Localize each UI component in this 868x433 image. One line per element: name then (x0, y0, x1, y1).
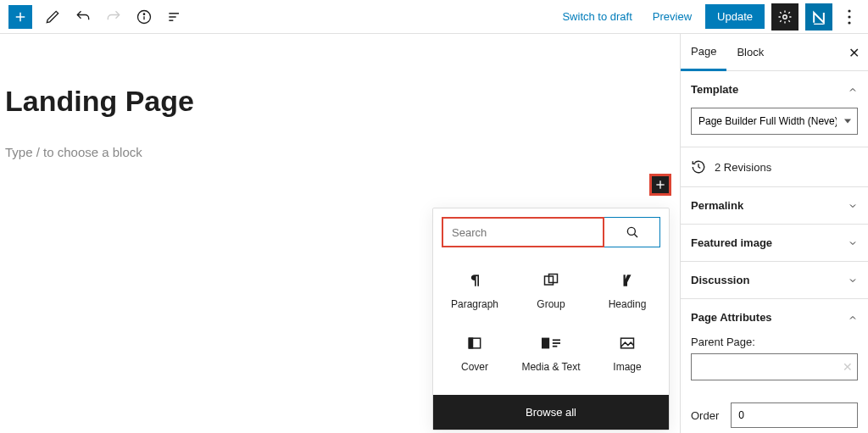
block-label: Cover (461, 361, 488, 373)
settings-gear-button[interactable] (771, 3, 798, 31)
svg-point-15 (627, 227, 635, 235)
block-label: Group (537, 298, 565, 310)
clear-icon[interactable]: ✕ (843, 360, 853, 374)
media-text-icon (542, 334, 560, 353)
block-heading[interactable]: Heading (589, 264, 665, 317)
template-select[interactable]: Page Builder Full Width (Neve) (691, 108, 858, 135)
chevron-down-icon (848, 238, 858, 248)
inline-add-block-button[interactable] (649, 174, 671, 196)
parent-page-label: Parent Page: (691, 336, 858, 348)
svg-rect-21 (542, 338, 549, 349)
svg-point-12 (848, 21, 850, 24)
switch-to-draft-link[interactable]: Switch to draft (555, 5, 638, 28)
chevron-up-icon (848, 313, 858, 323)
paragraph-icon (465, 271, 484, 290)
svg-point-11 (848, 15, 850, 18)
preview-link[interactable]: Preview (646, 5, 698, 28)
undo-icon[interactable] (73, 7, 93, 27)
search-icon[interactable] (604, 217, 660, 247)
block-label: Paragraph (451, 298, 498, 310)
svg-point-10 (848, 9, 850, 12)
page-title[interactable]: Landing Page (5, 85, 680, 118)
block-inserter-popup: Paragraph Group Heading (432, 208, 670, 430)
browse-all-button[interactable]: Browse all (433, 395, 669, 430)
parent-page-input[interactable] (691, 353, 858, 380)
page-attributes-label: Page Attributes (691, 311, 772, 324)
history-icon (691, 159, 706, 175)
update-button[interactable]: Update (705, 4, 765, 29)
svg-rect-20 (469, 338, 472, 348)
redo-icon (103, 7, 124, 27)
template-panel-header[interactable]: Template (681, 71, 868, 108)
revisions-count: 2 Revisions (715, 161, 771, 174)
block-label: Image (613, 361, 641, 373)
pencil-icon[interactable] (42, 7, 63, 27)
search-input[interactable] (442, 217, 604, 247)
chevron-up-icon (848, 85, 858, 95)
add-block-toggle-button[interactable] (8, 5, 32, 29)
info-icon[interactable] (134, 7, 154, 27)
block-image[interactable]: Image (589, 327, 665, 380)
svg-point-4 (143, 14, 144, 14)
settings-sidebar: Page Block ✕ Template Page Builder Full … (680, 34, 868, 433)
tab-page[interactable]: Page (681, 34, 726, 71)
block-label: Media & Text (521, 361, 580, 373)
featured-image-panel-header[interactable]: Featured image (681, 225, 868, 261)
featured-image-label: Featured image (691, 236, 772, 249)
group-icon (542, 271, 560, 290)
order-input[interactable] (731, 402, 858, 428)
tab-block[interactable]: Block (726, 34, 774, 71)
block-group[interactable]: Group (513, 264, 589, 317)
discussion-label: Discussion (691, 274, 749, 286)
block-cover[interactable]: Cover (437, 327, 513, 380)
block-placeholder[interactable]: Type / to choose a block (5, 145, 680, 159)
permalink-panel-header[interactable]: Permalink (681, 187, 868, 224)
block-media-text[interactable]: Media & Text (513, 327, 589, 380)
revisions-link[interactable]: 2 Revisions (681, 147, 868, 186)
template-label: Template (691, 83, 738, 96)
theme-logo-button[interactable] (805, 3, 832, 31)
chevron-down-icon (848, 275, 858, 286)
block-paragraph[interactable]: Paragraph (437, 264, 513, 317)
permalink-label: Permalink (691, 199, 743, 212)
discussion-panel-header[interactable]: Discussion (681, 262, 868, 298)
outline-icon[interactable] (164, 7, 185, 27)
more-menu-icon[interactable] (839, 3, 860, 31)
chevron-down-icon (848, 201, 858, 211)
svg-line-16 (634, 234, 637, 237)
close-icon[interactable]: ✕ (849, 44, 860, 60)
order-label: Order (691, 409, 719, 422)
cover-icon (465, 334, 484, 353)
block-label: Heading (609, 298, 647, 310)
image-icon (618, 334, 637, 353)
page-attributes-panel-header[interactable]: Page Attributes (681, 299, 868, 336)
heading-icon (618, 271, 637, 290)
svg-point-8 (783, 14, 787, 19)
